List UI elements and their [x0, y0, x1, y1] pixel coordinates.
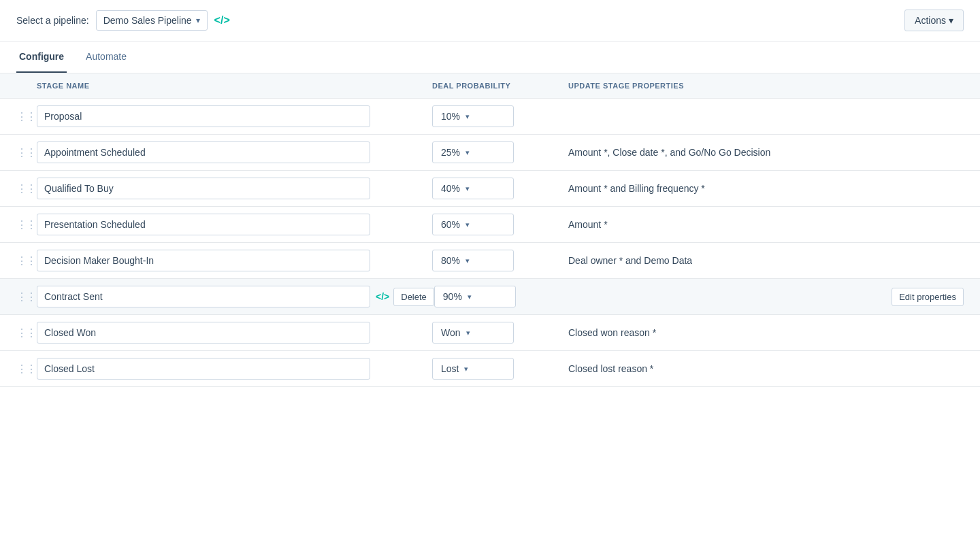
probability-select[interactable]: 90%▾: [434, 286, 516, 307]
col-header-stage-name: STAGE NAME: [37, 82, 432, 90]
table-body: ⋮⋮10%▾⋮⋮25%▾Amount *, Close date *, and …: [0, 99, 980, 387]
probability-chevron-icon: ▾: [466, 184, 470, 193]
table-row: ⋮⋮Lost▾Closed lost reason *: [0, 351, 980, 387]
probability-chevron-icon: ▾: [466, 256, 470, 265]
probability-cell: 40%▾: [432, 178, 568, 199]
properties-text: Deal owner * and Demo Data: [568, 255, 692, 266]
col-header-deal-probability: DEAL PROBABILITY: [432, 82, 568, 90]
top-bar-left: Select a pipeline: Demo Sales Pipeline ▾…: [16, 10, 230, 31]
stage-name-cell: [37, 358, 432, 380]
pipeline-select[interactable]: Demo Sales Pipeline ▾: [96, 10, 208, 31]
delete-button[interactable]: Delete: [393, 288, 434, 306]
stage-name-input[interactable]: [37, 178, 370, 199]
probability-chevron-icon: ▾: [466, 148, 470, 157]
probability-cell: Won▾: [432, 322, 568, 344]
pipeline-name: Demo Sales Pipeline: [103, 15, 192, 26]
probability-select[interactable]: 25%▾: [432, 141, 514, 163]
probability-cell: 60%▾: [432, 214, 568, 235]
properties-text: Amount * and Billing frequency *: [568, 183, 705, 194]
actions-button[interactable]: Actions ▾: [904, 10, 964, 31]
drag-handle[interactable]: ⋮⋮: [16, 327, 37, 339]
table-row: ⋮⋮</>Delete90%▾Edit properties: [0, 279, 980, 315]
properties-cell: Amount *, Close date *, and Go/No Go Dec…: [568, 147, 964, 158]
table-row: ⋮⋮40%▾Amount * and Billing frequency *: [0, 171, 980, 207]
pipeline-table: STAGE NAME DEAL PROBABILITY UPDATE STAGE…: [0, 73, 980, 387]
properties-text: Closed won reason *: [568, 327, 656, 338]
drag-handle[interactable]: ⋮⋮: [16, 218, 37, 231]
stage-name-cell: [37, 105, 432, 127]
table-row: ⋮⋮10%▾: [0, 99, 980, 135]
stage-name-cell: [37, 178, 432, 199]
col-header-drag: [16, 82, 37, 90]
probability-cell: 90%▾: [434, 286, 570, 307]
probability-select[interactable]: 80%▾: [432, 250, 514, 271]
probability-value: Lost: [441, 363, 459, 374]
probability-chevron-icon: ▾: [468, 293, 472, 301]
probability-select[interactable]: 10%▾: [432, 105, 514, 127]
stage-name-input[interactable]: [37, 286, 370, 307]
properties-cell: Amount *: [568, 219, 964, 230]
probability-cell: 25%▾: [432, 141, 568, 163]
table-row: ⋮⋮60%▾Amount *: [0, 207, 980, 243]
drag-handle[interactable]: ⋮⋮: [16, 182, 37, 195]
probability-cell: Lost▾: [432, 358, 568, 380]
stage-name-input[interactable]: [37, 358, 370, 380]
properties-cell: Closed won reason *: [568, 327, 964, 338]
probability-value: 10%: [441, 111, 460, 122]
table-row: ⋮⋮Won▾Closed won reason *: [0, 315, 980, 351]
probability-chevron-icon: ▾: [466, 329, 470, 337]
pipeline-code-icon[interactable]: </>: [214, 14, 230, 27]
tab-configure[interactable]: Configure: [16, 41, 67, 73]
probability-select[interactable]: 60%▾: [432, 214, 514, 235]
probability-value: 40%: [441, 183, 460, 194]
properties-text: Amount *, Close date *, and Go/No Go Dec…: [568, 147, 770, 158]
table-row: ⋮⋮25%▾Amount *, Close date *, and Go/No …: [0, 135, 980, 171]
probability-value: 60%: [441, 219, 460, 230]
probability-chevron-icon: ▾: [464, 365, 468, 373]
pipeline-label: Select a pipeline:: [16, 15, 89, 26]
stage-name-cell: [37, 214, 432, 235]
top-bar: Select a pipeline: Demo Sales Pipeline ▾…: [0, 0, 980, 41]
probability-chevron-icon: ▾: [466, 112, 470, 121]
probability-value: 25%: [441, 147, 460, 158]
drag-handle[interactable]: ⋮⋮: [16, 110, 37, 123]
probability-cell: 10%▾: [432, 105, 568, 127]
col-header-update-stage-properties: UPDATE STAGE PROPERTIES: [568, 82, 964, 90]
edit-properties-button[interactable]: Edit properties: [892, 288, 964, 306]
probability-select[interactable]: 40%▾: [432, 178, 514, 199]
properties-cell: Closed lost reason *: [568, 363, 964, 374]
tab-automate[interactable]: Automate: [83, 41, 129, 73]
stage-name-cell: [37, 250, 432, 271]
probability-select[interactable]: Won▾: [432, 322, 514, 344]
probability-chevron-icon: ▾: [466, 220, 470, 229]
properties-text: Amount *: [568, 219, 608, 230]
stage-name-input[interactable]: [37, 141, 370, 163]
probability-select[interactable]: Lost▾: [432, 358, 514, 380]
drag-handle[interactable]: ⋮⋮: [16, 290, 37, 303]
stage-name-cell: [37, 322, 432, 344]
stage-name-input[interactable]: [37, 105, 370, 127]
probability-value: 80%: [441, 255, 460, 266]
properties-text: Closed lost reason *: [568, 363, 653, 374]
stage-name-cell: [37, 141, 432, 163]
drag-handle[interactable]: ⋮⋮: [16, 363, 37, 375]
stage-name-cell: </>Delete: [37, 286, 434, 307]
properties-cell: Deal owner * and Demo Data: [568, 255, 964, 266]
table-row: ⋮⋮80%▾Deal owner * and Demo Data: [0, 243, 980, 279]
properties-cell: Edit properties: [570, 288, 964, 306]
probability-value: Won: [441, 327, 461, 338]
pipeline-chevron-icon: ▾: [196, 16, 200, 25]
table-header: STAGE NAME DEAL PROBABILITY UPDATE STAGE…: [0, 73, 980, 99]
properties-cell: Amount * and Billing frequency *: [568, 183, 964, 194]
stage-name-input[interactable]: [37, 322, 370, 344]
probability-cell: 80%▾: [432, 250, 568, 271]
stage-code-icon[interactable]: </>: [376, 291, 389, 302]
stage-name-input[interactable]: [37, 214, 370, 235]
drag-handle[interactable]: ⋮⋮: [16, 146, 37, 159]
probability-value: 90%: [443, 291, 462, 302]
drag-handle[interactable]: ⋮⋮: [16, 254, 37, 267]
stage-name-input[interactable]: [37, 250, 370, 271]
stage-actions: </>Delete: [376, 288, 434, 306]
tabs-bar: Configure Automate: [0, 41, 980, 73]
